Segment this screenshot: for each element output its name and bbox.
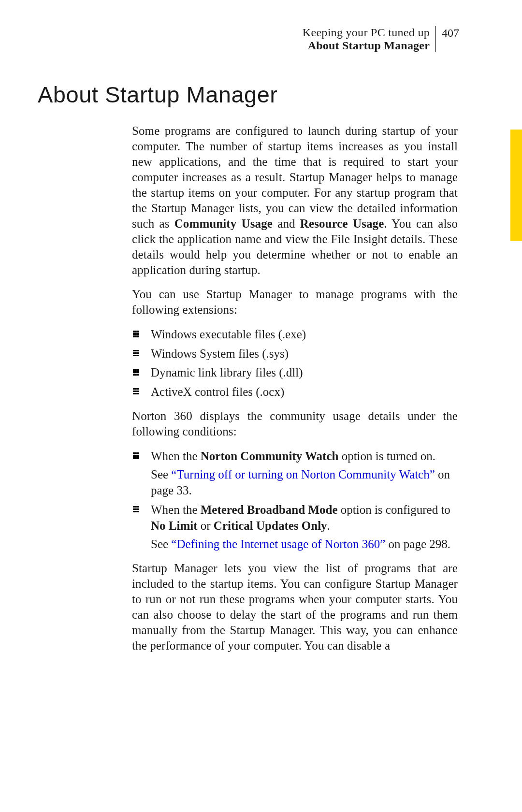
bullet-icon xyxy=(133,388,139,394)
xref-link[interactable]: “Defining the Internet usage of Norton 3… xyxy=(171,537,385,551)
intro-paragraph: Some programs are configured to launch d… xyxy=(132,123,458,278)
list-item: When the Norton Community Watch option i… xyxy=(132,448,458,499)
bullet-icon xyxy=(133,331,139,337)
xref-link[interactable]: “Turning off or turning on Norton Commun… xyxy=(171,468,435,481)
bullet-icon xyxy=(133,369,139,375)
closing-paragraph: Startup Manager lets you view the list o… xyxy=(132,561,458,653)
extensions-list: Windows executable files (.exe) Windows … xyxy=(132,326,458,400)
cross-reference: See “Turning off or turning on Norton Co… xyxy=(151,466,458,499)
page-header: Keeping your PC tuned up About Startup M… xyxy=(38,26,484,52)
running-head-section: About Startup Manager xyxy=(303,39,430,52)
list-item: Dynamic link library files (.dll) xyxy=(132,364,458,381)
page-number: 407 xyxy=(442,26,459,40)
bullet-icon xyxy=(133,350,139,356)
condition-text: When the Metered Broadband Mode option i… xyxy=(151,502,458,534)
page-title: About Startup Manager xyxy=(38,81,484,108)
running-head-chapter: Keeping your PC tuned up xyxy=(303,26,430,39)
chapter-tab-marker xyxy=(510,130,522,241)
bullet-icon xyxy=(133,506,139,512)
conditions-list: When the Norton Community Watch option i… xyxy=(132,448,458,552)
list-item: Windows System files (.sys) xyxy=(132,346,458,362)
list-item: ActiveX control files (.ocx) xyxy=(132,384,458,400)
extensions-intro: You can use Startup Manager to manage pr… xyxy=(132,287,458,318)
list-item: Windows executable files (.exe) xyxy=(132,326,458,343)
list-item: When the Metered Broadband Mode option i… xyxy=(132,502,458,552)
condition-text: When the Norton Community Watch option i… xyxy=(151,448,458,464)
bullet-icon xyxy=(133,452,139,459)
cross-reference: See “Defining the Internet usage of Nort… xyxy=(151,536,458,552)
conditions-intro: Norton 360 displays the community usage … xyxy=(132,408,458,439)
